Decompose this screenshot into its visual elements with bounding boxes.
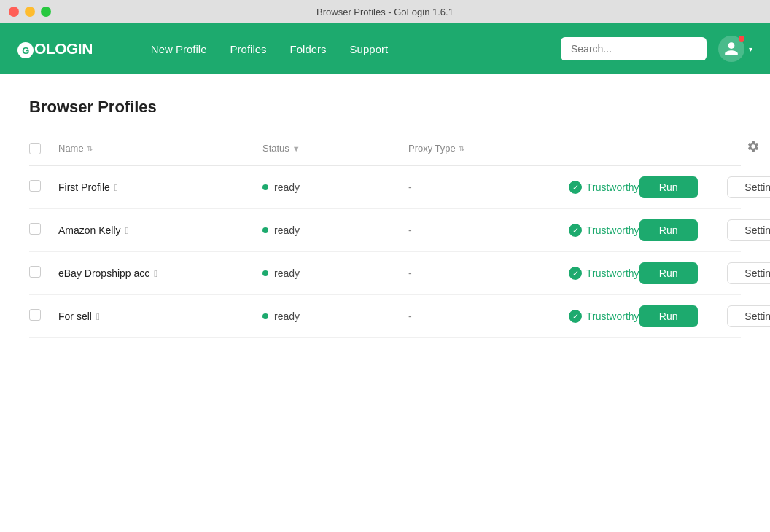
window-title: Browser Profiles - GoLogin 1.6.1 [316,7,454,17]
nav-folders[interactable]: Folders [290,43,327,55]
run-btn-col: Run [639,219,727,241]
table-row: eBay Dropshipp acc  ready - ✓ Trustwort… [29,252,741,295]
notification-dot [739,36,744,42]
select-all-col [29,143,58,154]
titlebar: Browser Profiles - GoLogin 1.6.1 [0,0,770,23]
apple-icon:  [125,225,129,236]
apple-icon:  [154,268,158,279]
trust-check-icon: ✓ [569,267,582,280]
settings-button[interactable]: Settings [727,219,770,241]
nav-support[interactable]: Support [350,43,389,55]
proxy-type-cell: - [408,224,569,236]
user-menu[interactable]: ▾ [718,36,752,62]
status-dot [262,227,268,233]
status-cell: ready [262,181,408,193]
minimize-button[interactable] [25,7,35,17]
status-label: ready [274,267,300,279]
gear-icon [747,140,760,153]
page-title: Browser Profiles [29,98,741,117]
row-checkbox-col [29,309,58,324]
trustworthy-badge: ✓ Trustworthy [569,310,639,323]
status-label: ready [274,181,300,193]
run-button[interactable]: Run [639,262,698,284]
run-button[interactable]: Run [639,219,698,241]
nav-new-profile[interactable]: New Profile [151,43,207,55]
row-checkbox[interactable] [29,309,41,321]
apple-icon:  [96,311,100,322]
table-gear-button[interactable] [744,137,763,160]
name-sort-icon[interactable]: ⇅ [87,144,93,152]
proxy-type-cell: - [408,310,569,322]
trustworthy-badge: ✓ Trustworthy [569,224,639,237]
th-proxy-type: Proxy Type ⇅ [408,143,569,154]
profile-name: eBay Dropshipp acc  [58,267,262,279]
user-icon [723,41,739,57]
logo: GOLOGIN [18,39,93,59]
th-gear-col [744,137,770,160]
status-dot [262,270,268,276]
status-label: ready [274,310,300,322]
trust-check-icon: ✓ [569,224,582,237]
table-header: Name ⇅ Status ▼ Proxy Type ⇅ [29,137,741,166]
avatar[interactable] [718,36,744,62]
status-dot [262,313,268,319]
search-container [561,37,707,60]
chevron-down-icon: ▾ [749,45,752,53]
proxy-type-cell: - [408,181,569,193]
run-btn-col: Run [639,305,727,327]
table-body: First Profile  ready - ✓ Trustworthy Ru… [29,166,741,338]
profile-name: For sell  [58,310,262,322]
proxy-type-cell: - [408,267,569,279]
trustworthy-label: Trustworthy [586,181,639,193]
trustworthy-badge: ✓ Trustworthy [569,267,639,280]
trust-check-icon: ✓ [569,181,582,194]
titlebar-buttons [9,7,51,17]
trustworthy-label: Trustworthy [586,267,639,279]
main-content: Browser Profiles Name ⇅ Status ▼ Proxy T… [0,74,770,532]
status-dot [262,184,268,190]
th-status: Status ▼ [262,143,408,154]
nav-profiles[interactable]: Profiles [230,43,267,55]
row-checkbox[interactable] [29,223,41,235]
status-label: ready [274,224,300,236]
profile-name: First Profile  [58,181,262,193]
run-btn-col: Run [639,262,727,284]
select-all-checkbox[interactable] [29,143,41,154]
table-row: For sell  ready - ✓ Trustworthy Run Set… [29,295,741,338]
status-filter-icon[interactable]: ▼ [292,144,300,153]
settings-btn-col: Settings [727,176,770,198]
status-cell: ready [262,224,408,236]
table-row: Amazon Kelly  ready - ✓ Trustworthy Run… [29,209,741,252]
nav: New Profile Profiles Folders Support [151,43,561,55]
trust-check-icon: ✓ [569,310,582,323]
profile-name: Amazon Kelly  [58,224,262,236]
run-button[interactable]: Run [639,305,698,327]
logo-text: GOLOGIN [18,39,93,59]
run-btn-col: Run [639,176,727,198]
close-button[interactable] [9,7,19,17]
header: GOLOGIN New Profile Profiles Folders Sup… [0,23,770,74]
maximize-button[interactable] [41,7,51,17]
row-checkbox-col [29,180,58,195]
logo-g-icon: G [18,42,34,58]
trustworthy-badge: ✓ Trustworthy [569,181,639,194]
status-cell: ready [262,310,408,322]
row-checkbox[interactable] [29,180,41,192]
row-checkbox-col [29,223,58,238]
th-name: Name ⇅ [58,143,262,154]
settings-btn-col: Settings [727,305,770,327]
row-checkbox[interactable] [29,266,41,278]
trustworthy-label: Trustworthy [586,224,639,236]
settings-button[interactable]: Settings [727,262,770,284]
settings-btn-col: Settings [727,219,770,241]
logo-label: OLOGIN [34,40,93,57]
run-button[interactable]: Run [639,176,698,198]
settings-button[interactable]: Settings [727,305,770,327]
search-input[interactable] [561,37,707,60]
settings-btn-col: Settings [727,262,770,284]
apple-icon:  [114,182,118,193]
settings-button[interactable]: Settings [727,176,770,198]
table-row: First Profile  ready - ✓ Trustworthy Ru… [29,166,741,209]
trustworthy-label: Trustworthy [586,310,639,322]
proxy-sort-icon[interactable]: ⇅ [459,144,464,152]
